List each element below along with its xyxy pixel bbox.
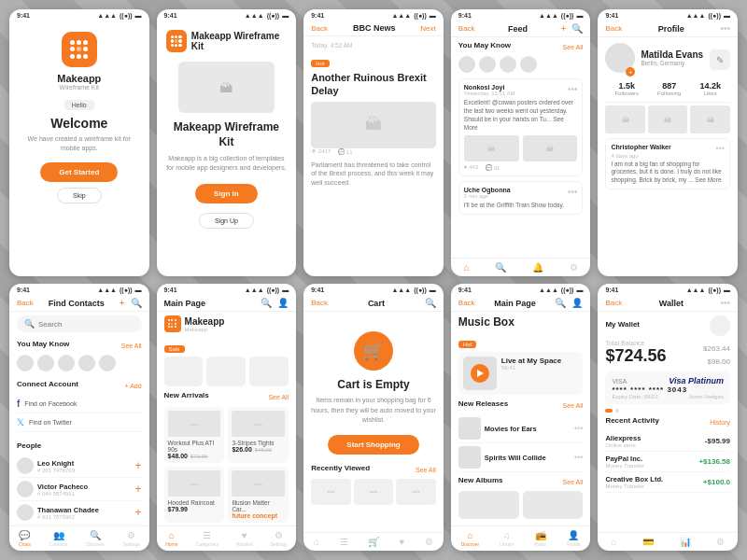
tab-card[interactable]: 💳 <box>642 537 654 547</box>
post-thumb-2: 🏔 <box>523 135 578 161</box>
track-row-1[interactable]: Movies for Ears ••• <box>458 414 584 443</box>
profile-location: Berlin, Germany <box>641 60 703 66</box>
tab-settings-wallet[interactable]: ⚙ <box>716 537 725 547</box>
battery-icon: ▬ <box>430 12 436 19</box>
avatar-6-5 <box>99 355 116 371</box>
card-row-visa[interactable]: VISA Visa Platinum **** **** **** 3043 E… <box>605 371 730 404</box>
search-icon-6[interactable]: 🔍 <box>131 298 142 308</box>
tab-stats[interactable]: 📊 <box>680 537 691 547</box>
tab-discover[interactable]: 🔍Discover <box>86 530 104 547</box>
see-all-6[interactable]: See All <box>121 343 142 349</box>
search-icon-8[interactable]: 🔍 <box>425 298 436 308</box>
search-icon-4[interactable]: 🔍 <box>571 23 583 34</box>
tw-row[interactable]: 𝕏 Find on Twitter <box>17 413 142 432</box>
tab-settings-cart[interactable]: ⚙ <box>425 537 433 547</box>
add-label-6[interactable]: + Add <box>124 383 141 389</box>
tab-wishlist[interactable]: ♥Wishlist <box>236 530 252 547</box>
next-button-3[interactable]: Next <box>420 24 435 33</box>
user-icon-9[interactable]: 👤 <box>571 298 583 308</box>
history-link[interactable]: History <box>710 419 730 426</box>
tab-cart-active[interactable]: 🛒 <box>368 537 379 547</box>
product-3[interactable]: ••• Hooded Raincoat $79.99 <box>164 467 225 523</box>
search-box-6[interactable]: 🔍 <box>17 315 142 332</box>
news-headline: Another Ruinous Brexit Delay <box>311 71 436 98</box>
tab-settings[interactable]: ⚙ <box>570 262 578 273</box>
track-row-2[interactable]: Spirits Will Collide ••• <box>458 443 584 472</box>
see-all-9a[interactable]: See All <box>563 402 584 409</box>
tab-profile-music[interactable]: 👤Profile <box>567 530 580 547</box>
like-action[interactable]: ♥ 443 <box>464 164 478 171</box>
album-1[interactable] <box>458 491 519 519</box>
back-button-6[interactable]: Back <box>17 299 34 307</box>
back-button-9[interactable]: Back <box>458 299 475 307</box>
add-icon-4[interactable]: + <box>561 23 567 34</box>
tab-radio[interactable]: 📻Radio <box>534 530 546 547</box>
back-button-10[interactable]: Back <box>605 299 622 307</box>
tab-wishlist-cart[interactable]: ♥ <box>400 537 405 547</box>
more-icon-conn[interactable]: ••• <box>716 144 725 153</box>
card-type-label: VISA <box>612 378 627 385</box>
signup-button[interactable]: Sign Up <box>199 213 254 229</box>
product-4[interactable]: ••• Illusion Matter Car... future concep… <box>228 467 289 523</box>
see-all-9b[interactable]: See All <box>563 479 584 485</box>
skip-button[interactable]: Skip <box>57 188 102 203</box>
user-icon-7[interactable]: 👤 <box>277 298 289 308</box>
more-icon-track-1[interactable]: ••• <box>574 424 583 433</box>
recent-item-3[interactable]: ••• <box>396 479 436 505</box>
tab-settings-shop[interactable]: ⚙Settings <box>271 530 288 547</box>
see-all-8[interactable]: See All <box>416 467 436 473</box>
app-subtitle-1: Wireframe Kit <box>60 84 99 91</box>
more-icon-1[interactable]: ••• <box>568 84 578 96</box>
tab-cat-cart[interactable]: ☰ <box>340 537 348 547</box>
get-started-button[interactable]: Get Started <box>40 162 118 182</box>
search-input-6[interactable] <box>38 320 134 329</box>
back-button-8[interactable]: Back <box>311 299 328 307</box>
tab-home[interactable]: ⌂ <box>464 262 470 273</box>
fb-row[interactable]: f Find on Facebook <box>17 395 142 413</box>
edit-icon-5[interactable]: ✎ <box>716 55 724 65</box>
contact-row-1[interactable]: Leo Knight # 201 7478763 + <box>17 455 142 478</box>
search-icon-9[interactable]: 🔍 <box>555 298 566 308</box>
more-icon-track-2[interactable]: ••• <box>574 453 583 462</box>
tab-chats[interactable]: 💬Chats <box>19 530 31 547</box>
phone-music: 9:41 ▲▲▲ ((●)) ▬ Back Main Page 🔍 👤 Musi… <box>451 284 591 551</box>
more-icon-5[interactable]: ••• <box>720 23 730 34</box>
tab-home-wallet[interactable]: ⌂ <box>611 537 616 547</box>
search-icon-7[interactable]: 🔍 <box>261 298 272 308</box>
contact-row-2[interactable]: Victor Pacheco # 044 5874561 + <box>17 478 142 501</box>
signin-button[interactable]: Sign In <box>195 184 258 203</box>
add-icon-6[interactable]: + <box>120 298 125 308</box>
amount2: $98.00 <box>708 357 730 366</box>
tab-search[interactable]: 🔍 <box>495 262 506 273</box>
battery-icon: ▬ <box>724 287 730 293</box>
contact-row-3[interactable]: Thanawan Chadee # 631 7876962 + <box>17 501 142 525</box>
comment-action[interactable]: 💬 31 <box>486 164 500 171</box>
play-button[interactable] <box>471 364 489 383</box>
album-2[interactable] <box>523 491 584 519</box>
tab-notify[interactable]: 🔔 <box>532 262 543 273</box>
add-contact-2[interactable]: + <box>135 483 142 496</box>
product-1[interactable]: ••• Workout Plus ATI 90s $48.00 $79.99 <box>164 407 225 463</box>
start-shopping-button[interactable]: Start Shopping <box>328 435 418 455</box>
back-button-5[interactable]: Back <box>605 24 622 33</box>
add-contact-3[interactable]: + <box>135 506 142 519</box>
product-2[interactable]: ••• 3-Stripes Tights $26.00 $48.00 <box>228 407 289 463</box>
recent-item-1[interactable]: ••• <box>311 479 351 505</box>
tab-library[interactable]: ♫Library <box>500 530 514 547</box>
tab-contacts-bottom[interactable]: 👥Contacts <box>49 530 68 547</box>
more-icon-2[interactable]: ••• <box>568 187 578 199</box>
tab-home-music[interactable]: ⌂Discover <box>461 530 479 547</box>
see-all-4[interactable]: See All <box>563 44 584 50</box>
settings-icon-shop: ⚙ <box>275 530 283 540</box>
tab-home-shop[interactable]: ⌂Home <box>165 530 177 547</box>
back-button-3[interactable]: Back <box>311 24 328 33</box>
add-contact-1[interactable]: + <box>135 459 142 472</box>
tab-cat[interactable]: ☰Categories <box>196 530 218 547</box>
transaction-amount-2: +$136.58 <box>698 457 730 466</box>
see-all-7[interactable]: See All <box>268 394 289 400</box>
more-icon-10[interactable]: ••• <box>720 298 730 308</box>
recent-item-2[interactable]: ••• <box>354 479 394 505</box>
tab-settings-bottom[interactable]: ⚙Settings <box>123 530 140 547</box>
tab-home-cart[interactable]: ⌂ <box>314 537 319 547</box>
back-button-4[interactable]: Back <box>458 24 475 33</box>
